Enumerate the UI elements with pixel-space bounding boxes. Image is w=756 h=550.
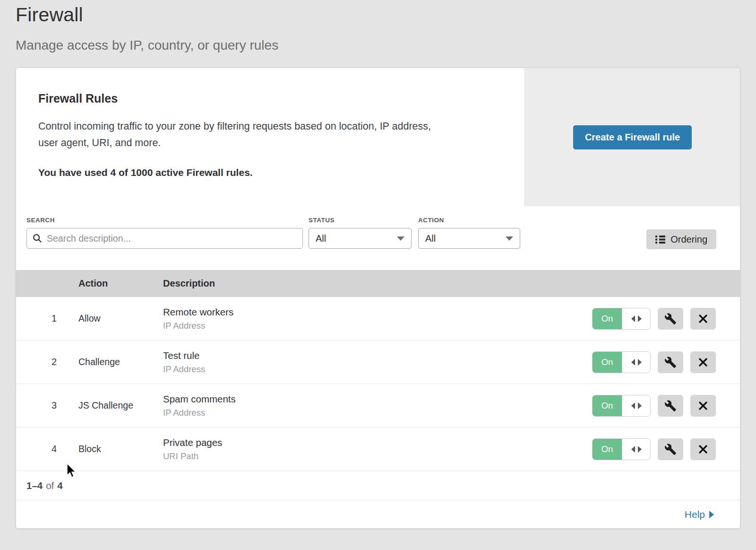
- search-input[interactable]: [26, 228, 303, 249]
- edit-rule-button[interactable]: [658, 351, 683, 373]
- action-filter-group: ACTION All: [418, 217, 520, 249]
- rule-description-cell: Remote workers IP Address: [163, 306, 592, 331]
- action-label: ACTION: [418, 217, 520, 224]
- rule-controls: On: [592, 351, 740, 373]
- action-select[interactable]: All: [418, 228, 520, 249]
- rule-action: Challenge: [78, 357, 163, 367]
- delete-rule-button[interactable]: [690, 438, 716, 460]
- delete-rule-button[interactable]: [690, 395, 716, 417]
- close-icon: [698, 357, 708, 367]
- chevron-down-icon: [397, 236, 404, 241]
- rule-field-type: IP Address: [163, 364, 592, 375]
- wrench-icon: [664, 356, 677, 368]
- toggle-switch-segment[interactable]: [622, 308, 650, 329]
- table-row: 4 Block Private pages URI Path On: [16, 428, 740, 471]
- wrench-icon: [664, 400, 677, 412]
- firewall-rules-card: Firewall Rules Control incoming traffic …: [16, 68, 740, 529]
- rule-description-cell: Spam comments IP Address: [163, 393, 592, 418]
- table-body: 1 Allow Remote workers IP Address On: [16, 297, 740, 471]
- toggle-on-segment[interactable]: On: [593, 308, 622, 329]
- chevron-down-icon: [506, 236, 513, 241]
- ordering-button-label: Ordering: [670, 234, 707, 245]
- rule-field-type: URI Path: [163, 451, 592, 462]
- toggle-switch-segment[interactable]: [622, 352, 650, 373]
- rule-description: Remote workers: [163, 306, 592, 318]
- toggle-on-segment[interactable]: On: [593, 395, 622, 416]
- pagination-range: 1–4: [26, 480, 43, 491]
- rule-controls: On: [592, 308, 740, 330]
- rule-priority: 1: [16, 313, 78, 324]
- status-label: STATUS: [309, 217, 412, 224]
- table-row: 1 Allow Remote workers IP Address On: [16, 297, 740, 340]
- card-footer: Help: [16, 500, 740, 528]
- list-icon: [655, 235, 665, 244]
- wrench-icon: [664, 313, 677, 325]
- left-right-arrows-icon: [631, 315, 642, 322]
- left-right-arrows-icon: [631, 402, 642, 409]
- table-row: 2 Challenge Test rule IP Address On: [16, 340, 740, 384]
- toggle-on-segment[interactable]: On: [593, 439, 622, 460]
- pagination-separator: of: [46, 480, 54, 491]
- table-row: 3 JS Challenge Spam comments IP Address …: [16, 384, 740, 428]
- edit-rule-button[interactable]: [658, 395, 683, 417]
- search-filter-group: SEARCH: [26, 217, 303, 249]
- help-link[interactable]: Help: [685, 509, 714, 520]
- rule-description: Test rule: [163, 350, 592, 361]
- rule-controls: On: [592, 438, 740, 460]
- rule-enabled-toggle[interactable]: On: [592, 395, 651, 417]
- rule-enabled-toggle[interactable]: On: [592, 438, 651, 460]
- rule-enabled-toggle[interactable]: On: [592, 351, 651, 373]
- status-select[interactable]: All: [309, 228, 412, 249]
- wrench-icon: [664, 443, 677, 455]
- rule-action: JS Challenge: [78, 400, 163, 411]
- card-heading: Firewall Rules: [38, 92, 506, 105]
- rule-description: Spam comments: [163, 393, 592, 405]
- help-link-label: Help: [685, 509, 705, 520]
- pagination-bar: 1–4 of 4: [16, 471, 740, 500]
- delete-rule-button[interactable]: [690, 351, 716, 373]
- rules-usage-text: You have used 4 of 1000 active Firewall …: [38, 167, 506, 178]
- intro-text-block: Firewall Rules Control incoming traffic …: [16, 68, 524, 206]
- search-label: SEARCH: [26, 217, 303, 224]
- page-subtitle: Manage access by IP, country, or query r…: [16, 38, 278, 53]
- rule-description: Private pages: [163, 437, 592, 448]
- close-icon: [698, 444, 708, 454]
- action-column-header: Action: [78, 278, 163, 289]
- rule-description-cell: Private pages URI Path: [163, 437, 592, 462]
- rule-enabled-toggle[interactable]: On: [592, 308, 651, 330]
- action-selected-value: All: [425, 233, 436, 244]
- status-selected-value: All: [316, 233, 326, 244]
- status-filter-group: STATUS All: [309, 217, 412, 249]
- description-column-header: Description: [163, 278, 740, 289]
- search-icon: [32, 233, 43, 244]
- rule-action: Allow: [78, 313, 163, 324]
- create-firewall-rule-button[interactable]: Create a Firewall rule: [573, 125, 692, 149]
- rule-field-type: IP Address: [163, 321, 592, 331]
- filters-bar: SEARCH STATUS All ACTION All: [16, 206, 740, 270]
- toggle-switch-segment[interactable]: [622, 395, 650, 416]
- rule-priority: 3: [16, 400, 78, 411]
- create-rule-panel: Create a Firewall rule: [524, 68, 740, 206]
- triangle-right-icon: [709, 511, 714, 518]
- card-description: Control incoming traffic to your zone by…: [38, 118, 492, 151]
- rule-field-type: IP Address: [163, 408, 592, 418]
- toggle-switch-segment[interactable]: [622, 439, 650, 460]
- ordering-button[interactable]: Ordering: [646, 229, 716, 249]
- toggle-on-segment[interactable]: On: [593, 352, 622, 373]
- table-header: Action Description: [16, 270, 740, 297]
- close-icon: [698, 401, 708, 411]
- rule-priority: 2: [16, 357, 78, 367]
- page-title: Firewall: [16, 4, 83, 26]
- pagination-total: 4: [57, 480, 62, 491]
- edit-rule-button[interactable]: [658, 438, 683, 460]
- left-right-arrows-icon: [631, 359, 642, 366]
- delete-rule-button[interactable]: [690, 308, 716, 330]
- edit-rule-button[interactable]: [658, 308, 683, 330]
- intro-section: Firewall Rules Control incoming traffic …: [16, 68, 740, 206]
- close-icon: [698, 314, 708, 324]
- rule-controls: On: [592, 395, 740, 417]
- left-right-arrows-icon: [631, 446, 642, 453]
- rule-action: Block: [78, 444, 163, 454]
- rule-priority: 4: [16, 444, 78, 454]
- rule-description-cell: Test rule IP Address: [163, 350, 592, 375]
